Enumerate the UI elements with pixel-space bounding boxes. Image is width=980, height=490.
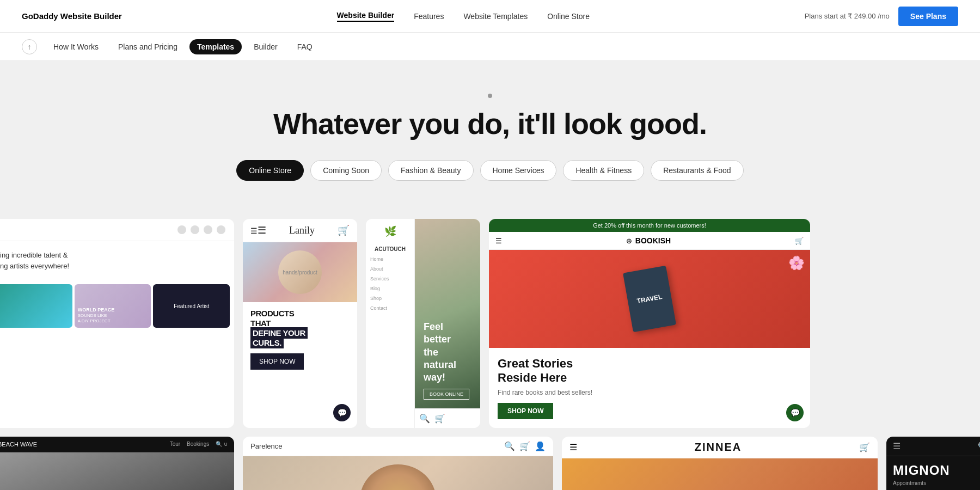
hero-section: Whatever you do, it'll look good. Online… — [0, 61, 980, 203]
food-dish-image — [360, 464, 436, 490]
filter-home-services[interactable]: Home Services — [480, 160, 557, 181]
filter-coming-soon[interactable]: Coming Soon — [310, 160, 382, 181]
bookish-logo-text: BOOKISH — [635, 236, 671, 245]
beach-hero-image: BEACH WAVE — [0, 452, 234, 490]
mignon-logo: MIGNON — [893, 463, 980, 478]
card-thumbnail-grid: WORLD PEACE SOUNDS LIKE A DIY PROJECT Fe… — [0, 280, 234, 336]
header-icon-search — [177, 225, 186, 234]
acutouch-footer-search-icon: 🔍 — [419, 413, 430, 424]
acutouch-nav-services: Services — [370, 276, 410, 281]
see-plans-button[interactable]: See Plans — [898, 7, 958, 26]
nav-link-features[interactable]: Features — [414, 12, 444, 21]
acutouch-nav-contact: Contact — [370, 305, 410, 311]
sub-nav-templates[interactable]: Templates — [189, 39, 242, 54]
menu-icon: ☰ — [250, 224, 266, 236]
template-card-zinnea[interactable]: ☰ ZINNEA 🛒 Now available here for direct… — [562, 437, 878, 490]
beach-nav-bookings: Bookings — [187, 441, 209, 447]
cart-icon: 🛒 — [795, 237, 804, 245]
menu-icon: ☰ — [495, 237, 502, 245]
parelence-hero-image — [243, 456, 553, 490]
card-body-text: ing incredible talent & ng artists every… — [0, 241, 234, 280]
mignon-header: ☰ 🔍 — [886, 437, 980, 456]
bookish-logo-icon: ⊕ — [626, 237, 632, 245]
nav-link-online-store[interactable]: Online Store — [547, 12, 590, 21]
lanily-logo: Lanily — [289, 225, 315, 236]
mignon-subtitle: Appointments — [893, 480, 980, 486]
acutouch-headline: Feel betterthe natural way! — [424, 321, 471, 384]
bookish-nav: ☰ ⊕ BOOKISH 🛒 — [489, 232, 810, 250]
chat-bubble-icon[interactable]: 💬 — [333, 404, 351, 421]
lanily-body: PRODUCTS THAT DEFINE YOUR CURLS. SHOP NO… — [243, 302, 357, 376]
template-card-parelence[interactable]: Parelence 🔍 🛒 👤 — [243, 437, 553, 490]
bookish-hero-image: TRAVEL 🌸 — [489, 250, 810, 348]
flowers-decoration: 🌸 — [788, 255, 805, 271]
filter-online-store[interactable]: Online Store — [236, 160, 304, 181]
template-card-acutouch[interactable]: 🌿 ACUTOUCH Home About Services Blog Shop… — [366, 219, 480, 428]
acutouch-nav-about: About — [370, 266, 410, 272]
zinnea-hero-image: Now available here for direct purchase. — [562, 458, 878, 490]
hero-dot-decoration — [488, 94, 492, 98]
filter-restaurants-food[interactable]: Restaurants & Food — [651, 160, 744, 181]
acutouch-main: Feel betterthe natural way! BOOK ONLINE … — [415, 219, 480, 428]
template-card-bookish[interactable]: Get 20% off this month for new customers… — [489, 219, 810, 428]
products-line4: CURLS. — [250, 337, 284, 348]
sub-nav-plans-pricing[interactable]: Plans and Pricing — [111, 39, 185, 54]
parelence-logo: Parelence — [250, 442, 283, 450]
chat-bubble-icon[interactable]: 💬 — [786, 404, 804, 421]
acutouch-footer-cart-icon: 🛒 — [434, 413, 445, 424]
sub-nav-back-arrow[interactable]: ↑ — [22, 39, 37, 54]
template-card-beach-wave[interactable]: BEACH WAVE Tour Bookings 🔍 ∪ BEACH WAVE — [0, 437, 234, 490]
sub-nav-faq[interactable]: FAQ — [290, 39, 320, 54]
top-nav-links: Website Builder Features Website Templat… — [337, 11, 590, 22]
book-title: TRAVEL — [631, 288, 667, 310]
acutouch-nav-blog: Blog — [370, 286, 410, 291]
cart-icon: 🛒 — [519, 441, 530, 451]
tagline-2: ng artists everywhere! — [0, 261, 225, 272]
sub-nav-builder[interactable]: Builder — [246, 39, 285, 54]
filter-pills-container: Online Store Coming Soon Fashion & Beaut… — [22, 160, 958, 181]
products-line1: PRODUCTS — [250, 309, 294, 318]
bookish-headline: Great StoriesReside Here — [498, 357, 801, 385]
filter-fashion-beauty[interactable]: Fashion & Beauty — [388, 160, 474, 181]
acutouch-logo-icon: 🌿 — [384, 225, 396, 237]
acutouch-nav-shop: Shop — [370, 296, 410, 301]
bookish-subtext: Find rare books and best sellers! — [498, 389, 801, 396]
acutouch-brand-name: ACUTOUCH — [375, 246, 406, 252]
beach-nav-items: Tour Bookings 🔍 ∪ — [170, 441, 228, 447]
card-header — [0, 219, 234, 241]
acutouch-hero-text-block: Feel betterthe natural way! BOOK ONLINE — [424, 321, 471, 400]
acutouch-sidebar: 🌿 ACUTOUCH Home About Services Blog Shop… — [366, 219, 415, 428]
plans-price-text: Plans start at ₹ 249.00 /mo — [805, 12, 890, 20]
sub-nav-how-it-works[interactable]: How It Works — [46, 39, 106, 54]
bookish-shop-button[interactable]: SHOP NOW — [498, 403, 553, 419]
nav-link-website-builder[interactable]: Website Builder — [337, 11, 395, 22]
beach-nav-icons: 🔍 ∪ — [216, 441, 228, 447]
header-icon-cart — [191, 225, 199, 234]
cart-icon: 🛒 — [859, 442, 870, 452]
bookish-logo-container: ⊕ BOOKISH — [626, 236, 671, 245]
lanily-header: ☰ Lanily 🛒 — [243, 219, 357, 242]
top-navigation: GoDaddy Website Builder Website Builder … — [0, 0, 980, 33]
search-icon: 🔍 — [978, 441, 980, 451]
hero-title: Whatever you do, it'll look good. — [22, 107, 958, 140]
template-card-featured-artist[interactable]: ing incredible talent & ng artists every… — [0, 219, 234, 428]
template-card-mignon[interactable]: ☰ 🔍 MIGNON Appointments — [886, 437, 980, 490]
acutouch-hero-image: Feel betterthe natural way! BOOK ONLINE — [415, 219, 480, 408]
acutouch-nav-home: Home — [370, 256, 410, 262]
filter-health-fitness[interactable]: Health & Fitness — [563, 160, 644, 181]
zinnea-body: Now available here for direct purchase. — [562, 458, 878, 490]
product-image: hands/product — [278, 250, 322, 294]
sub-navigation: ↑ How It Works Plans and Pricing Templat… — [0, 33, 980, 61]
templates-row-2: BEACH WAVE Tour Bookings 🔍 ∪ BEACH WAVE … — [0, 437, 980, 490]
header-icon-user — [204, 225, 212, 234]
mignon-body: MIGNON Appointments — [886, 456, 980, 490]
thumb-featured-artist: Featured Artist — [153, 284, 230, 328]
empty-card-placeholder — [819, 219, 944, 428]
book-online-button[interactable]: BOOK ONLINE — [424, 389, 469, 400]
thumb-prints — [0, 284, 72, 328]
menu-icon: ☰ — [893, 441, 901, 451]
template-card-lanily[interactable]: ☰ Lanily 🛒 hands/product PRODUCTS THAT D… — [243, 219, 357, 428]
templates-row-1: ing incredible talent & ng artists every… — [0, 219, 980, 437]
nav-link-website-templates[interactable]: Website Templates — [463, 12, 528, 21]
shop-now-button[interactable]: SHOP NOW — [250, 353, 304, 370]
